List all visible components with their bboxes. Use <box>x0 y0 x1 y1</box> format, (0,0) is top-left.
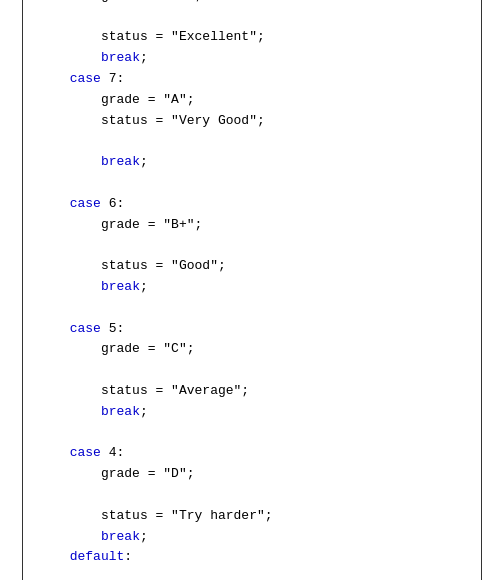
code-line <box>39 360 465 381</box>
code-line: case 5: <box>39 319 465 340</box>
code-box: switch (mark/10){ case 10: case 9: case … <box>22 0 482 580</box>
code-line: break; <box>39 277 465 298</box>
code-line: status = "Good"; <box>39 256 465 277</box>
code-line: break; <box>39 152 465 173</box>
code-line <box>39 423 465 444</box>
code-line: case 4: <box>39 443 465 464</box>
code-line: case 7: <box>39 69 465 90</box>
code-line <box>39 131 465 152</box>
code-line: status = "Excellent"; <box>39 27 465 48</box>
code-line <box>39 235 465 256</box>
code-line: default: <box>39 547 465 568</box>
code-line: break; <box>39 402 465 423</box>
code-line <box>39 173 465 194</box>
code-line: break; <box>39 48 465 69</box>
code-line: grade = "C"; <box>39 339 465 360</box>
code-line: status = "Very Good"; <box>39 111 465 132</box>
code-line <box>39 7 465 28</box>
code-line: grade = "D"; <box>39 464 465 485</box>
code-line: grade = "B+"; <box>39 215 465 236</box>
code-content: switch (mark/10){ case 10: case 9: case … <box>39 0 465 580</box>
code-line: grade = "A+"; <box>39 0 465 7</box>
code-line: grade = "A"; <box>39 90 465 111</box>
code-line: status = "Try harder"; <box>39 506 465 527</box>
code-line: status = "Average"; <box>39 381 465 402</box>
code-line <box>39 485 465 506</box>
main-container: switch (mark/10){ case 10: case 9: case … <box>22 0 482 580</box>
code-line: break; <box>39 527 465 548</box>
code-line <box>39 568 465 580</box>
code-line: case 6: <box>39 194 465 215</box>
code-line <box>39 298 465 319</box>
